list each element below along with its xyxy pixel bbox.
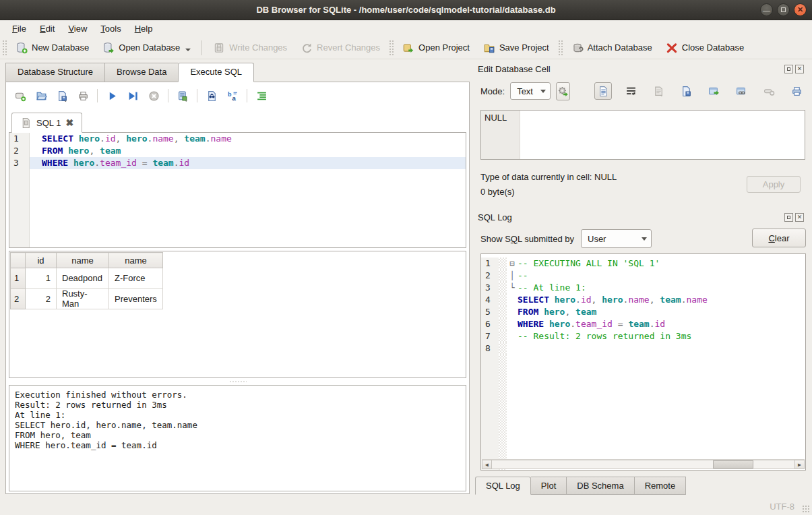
open-project-icon [402,42,414,54]
scrollbar-thumb[interactable] [713,460,753,468]
tab-execute-sql[interactable]: Execute SQL [178,63,254,82]
cell[interactable]: Deadpond [57,268,109,289]
open-url-button[interactable] [732,82,750,100]
save-sql-file-button[interactable] [53,87,71,104]
float-dock-icon[interactable] [784,65,793,73]
tab-remote[interactable]: Remote [635,477,687,495]
scroll-left-icon[interactable]: ◀ [482,460,492,469]
menu-file[interactable]: File [5,22,33,36]
close-dock-icon[interactable]: ✕ [795,65,804,73]
save-results-button[interactable] [174,87,191,104]
cell[interactable]: Preventers [109,289,163,309]
column-header-name2[interactable]: name [109,253,163,268]
window-title: DB Browser for SQLite - /home/user/code/… [0,5,812,15]
minimize-button[interactable]: — [760,3,773,16]
menu-view[interactable]: View [61,22,94,36]
format-sql-button[interactable] [253,87,270,104]
menu-edit[interactable]: Edit [33,22,61,36]
menu-help[interactable]: Help [128,22,160,36]
find-button[interactable] [203,87,220,104]
open-sql-file-button[interactable] [32,87,50,104]
attach-database-button[interactable]: Attach Database [565,38,659,57]
submitted-by-select[interactable]: User [581,229,652,248]
auto-complete-button[interactable]: ba [224,87,241,104]
mode-select[interactable]: Text [510,82,551,100]
print-cell-button[interactable] [788,82,805,100]
row-header[interactable]: 1 [11,268,26,289]
open-sql-file-icon [36,90,47,102]
tab-db-schema[interactable]: DB Schema [567,477,634,495]
word-wrap-button[interactable] [622,82,639,100]
code-token [538,307,544,317]
scrollbar-track[interactable] [492,460,794,469]
table-row[interactable]: 1 1 Deadpond Z-Force [11,268,163,289]
apply-button: Apply [747,176,801,193]
tab-plot[interactable]: Plot [531,477,567,495]
fold-marker-icon: │ [507,270,518,282]
clear-button[interactable]: Clear [752,229,806,247]
sql-log-view[interactable]: 1⊟-- EXECUTING ALL IN 'SQL 1' 2│-- 3└-- … [480,253,806,471]
cell[interactable]: Rusty-Man [57,289,109,309]
log-code-line: 8 [481,342,805,355]
maximize-button[interactable] [777,3,790,16]
cell[interactable]: Z-Force [109,268,163,289]
close-dock-icon[interactable]: ✕ [795,213,804,222]
horizontal-scrollbar[interactable]: ◀ ▶ [482,459,805,469]
tab-database-structure[interactable]: Database Structure [5,63,104,82]
apply-mode-button[interactable] [556,82,570,100]
log-code-line: 6WHERE hero.team_id = team.id [481,318,805,330]
open-database-dropdown-icon[interactable] [185,49,191,51]
code-token: hero [126,133,147,144]
code-token: hero [602,295,623,305]
column-header-id[interactable]: id [26,253,57,268]
fold-marker-icon[interactable]: ⊟ [507,258,518,270]
toolbar-drag-handle[interactable] [389,40,394,56]
tab-sql-log[interactable]: SQL Log [475,477,531,495]
resize-grip[interactable] [802,505,810,513]
sql-code-editor[interactable]: 1 SELECT hero.id, hero.name, team.name 2… [9,132,466,248]
float-dock-icon[interactable] [784,213,793,222]
cell-text-area[interactable] [520,111,805,159]
save-as-button[interactable] [677,82,695,100]
open-project-button[interactable]: Open Project [396,38,476,57]
chevron-down-icon [540,90,546,93]
log-line: Execution finished without errors. [15,390,460,400]
table-row[interactable]: 2 2 Rusty-Man Preventers [11,289,163,309]
export-icon [708,86,720,97]
new-sql-tab-button[interactable] [11,87,29,104]
print-sql-button[interactable] [74,87,92,104]
stop-icon [148,90,160,102]
save-project-button[interactable]: Save Project [476,38,556,57]
execute-all-button[interactable] [103,87,121,104]
toolbar-drag-handle[interactable] [2,40,7,56]
svg-text:a: a [232,94,236,102]
splitter-handle[interactable] [9,380,466,384]
cell[interactable]: 2 [26,289,57,309]
close-database-icon [666,42,678,54]
log-code-line: 4SELECT hero.id, hero.name, team.name [481,294,805,306]
scroll-right-icon[interactable]: ▶ [794,460,805,469]
row-header[interactable]: 2 [11,289,26,309]
new-database-button[interactable]: New Database [9,38,96,57]
menu-tools[interactable]: Tools [94,22,127,36]
code-token: , [174,133,185,144]
corner-header[interactable] [11,253,26,268]
close-tab-icon[interactable]: ✖ [65,117,73,128]
cell-value-editor[interactable]: NULL [480,110,805,160]
toolbar-drag-handle[interactable] [558,40,563,56]
cell[interactable]: 1 [26,268,57,289]
execute-line-button[interactable] [124,87,142,104]
editor-empty-area[interactable] [9,169,466,248]
text-mode-button[interactable] [594,82,612,100]
log-code-line: 7-- Result: 2 rows returned in 3ms [481,330,805,342]
text-mode-icon [598,86,609,97]
sql-document-tab[interactable]: SQL 1 ✖ [11,113,82,133]
toolbar-separator [201,40,202,55]
open-database-button[interactable]: Open Database [96,38,197,57]
code-token [68,158,73,168]
export-button[interactable] [705,82,722,100]
column-header-name[interactable]: name [57,253,109,268]
close-button[interactable]: ✕ [794,3,807,16]
close-database-button[interactable]: Close Database [659,38,751,57]
tab-browse-data[interactable]: Browse Data [104,63,178,82]
